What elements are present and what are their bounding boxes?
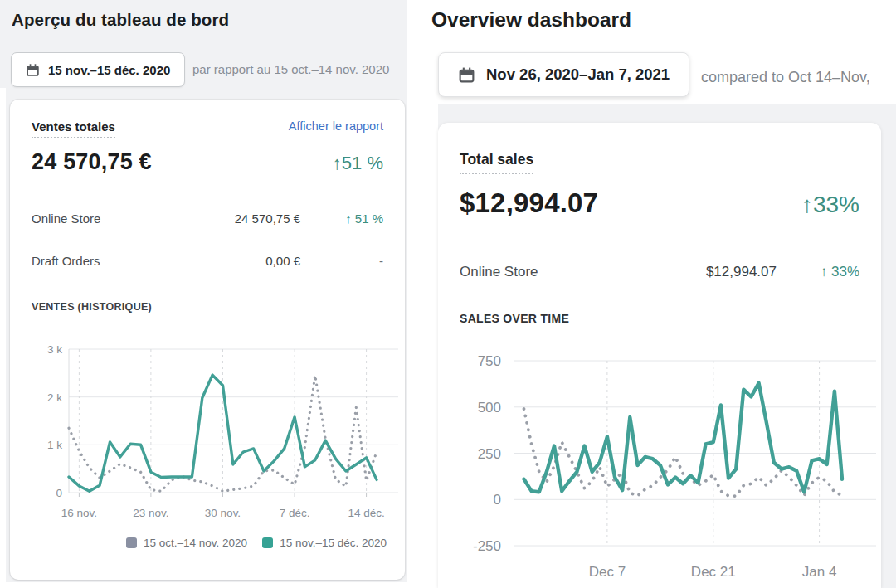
panel-divider: [407, 0, 431, 588]
svg-text:Jan 4: Jan 4: [802, 564, 837, 580]
svg-text:0: 0: [494, 492, 501, 508]
chart-title-right: SALES OVER TIME: [460, 312, 859, 325]
legend-item-previous-period: 15 oct.–14 nov. 2020: [126, 537, 247, 549]
sales-line-chart-left[interactable]: 01 k2 k3 k16 nov.23 nov.30 nov.7 déc.14 …: [32, 326, 405, 525]
row-label: Online Store: [460, 264, 594, 280]
total-sales-delta-left: ↑51 %: [333, 153, 383, 174]
sales-breakdown-left: Online Store 24 570,75 € ↑ 51 % Draft Or…: [32, 211, 383, 268]
svg-text:30 nov.: 30 nov.: [205, 507, 241, 519]
svg-text:14 déc.: 14 déc.: [348, 507, 384, 519]
panel-english-dashboard: Overview dashboard Nov 26, 2020–Jan 7, 2…: [431, 0, 896, 588]
svg-text:2 k: 2 k: [47, 391, 62, 404]
svg-text:1 k: 1 k: [47, 439, 62, 451]
svg-text:23 nov.: 23 nov.: [133, 507, 168, 519]
legend-swatch-gray-icon: [126, 537, 137, 548]
svg-text:0: 0: [56, 487, 62, 499]
row-delta: ↑ 51 %: [300, 211, 383, 226]
chart-title-left: VENTES (HISTORIQUE): [32, 301, 383, 313]
row-delta: -: [300, 254, 383, 268]
total-sales-card-left: Ventes totales Afficher le rapport 24 57…: [10, 100, 405, 580]
left-edge-strip: [0, 88, 6, 582]
compare-period-text-right: compared to Oct 14–Nov,: [701, 69, 870, 86]
total-sales-amount-right: $12,994.07: [460, 187, 598, 219]
row-label: Online Store: [32, 211, 168, 226]
svg-text:3 k: 3 k: [47, 343, 62, 356]
total-sales-delta-right: ↑33%: [801, 192, 859, 218]
sales-breakdown-right: Online Store $12,994.07 ↑ 33%: [460, 264, 859, 280]
calendar-icon: [458, 66, 475, 84]
panel-french-dashboard: Aperçu du tableau de bord 15 nov.–15 déc…: [0, 0, 407, 582]
row-value: $12,994.07: [594, 264, 777, 280]
date-range-button-left[interactable]: 15 nov.–15 déc. 2020: [11, 52, 185, 87]
legend-swatch-teal-icon: [262, 537, 273, 548]
view-report-link[interactable]: Afficher le rapport: [289, 119, 383, 133]
compare-period-text-left: par rapport au 15 oct.–14 nov. 2020: [192, 62, 389, 76]
svg-text:500: 500: [478, 400, 501, 415]
metric-label-right[interactable]: Total sales: [460, 151, 533, 174]
row-value: 0,00 €: [168, 254, 300, 268]
legend-label: 15 nov.–15 déc. 2020: [280, 537, 387, 549]
row-label: Draft Orders: [32, 254, 168, 268]
total-sales-amount-left: 24 570,75 €: [32, 149, 152, 175]
table-row: Online Store $12,994.07 ↑ 33%: [460, 264, 859, 280]
legend-label: 15 oct.–14 nov. 2020: [144, 537, 247, 549]
chart-legend: 15 oct.–14 nov. 2020 15 nov.–15 déc. 202…: [10, 537, 387, 549]
svg-text:Dec 21: Dec 21: [691, 564, 736, 580]
screenshot-stage: Aperçu du tableau de bord 15 nov.–15 déc…: [0, 0, 896, 588]
total-sales-card-right: Total sales $12,994.07 ↑33% Online Store…: [438, 123, 881, 588]
svg-text:16 nov.: 16 nov.: [61, 507, 97, 519]
svg-text:750: 750: [478, 353, 501, 369]
row-value: 24 570,75 €: [168, 211, 300, 226]
svg-text:-250: -250: [473, 538, 501, 554]
calendar-icon: [26, 63, 40, 77]
row-delta: ↑ 33%: [777, 264, 859, 280]
legend-item-current-period: 15 nov.–15 déc. 2020: [262, 537, 387, 549]
date-range-label-left: 15 nov.–15 déc. 2020: [48, 63, 170, 77]
svg-text:250: 250: [478, 446, 501, 462]
date-range-label-right: Nov 26, 2020–Jan 7, 2021: [486, 66, 670, 84]
page-title-left: Aperçu du tableau de bord: [12, 10, 229, 30]
table-row: Online Store 24 570,75 € ↑ 51 %: [32, 211, 383, 226]
page-title-right: Overview dashboard: [431, 8, 631, 32]
metric-label-left[interactable]: Ventes totales: [32, 119, 115, 138]
table-row: Draft Orders 0,00 € -: [32, 254, 383, 268]
svg-text:7 déc.: 7 déc.: [280, 507, 310, 519]
svg-text:Dec 7: Dec 7: [589, 564, 626, 580]
sales-line-chart-right[interactable]: -2500250500750Dec 7Dec 21Jan 4: [458, 335, 881, 582]
date-range-button-right[interactable]: Nov 26, 2020–Jan 7, 2021: [438, 52, 689, 97]
